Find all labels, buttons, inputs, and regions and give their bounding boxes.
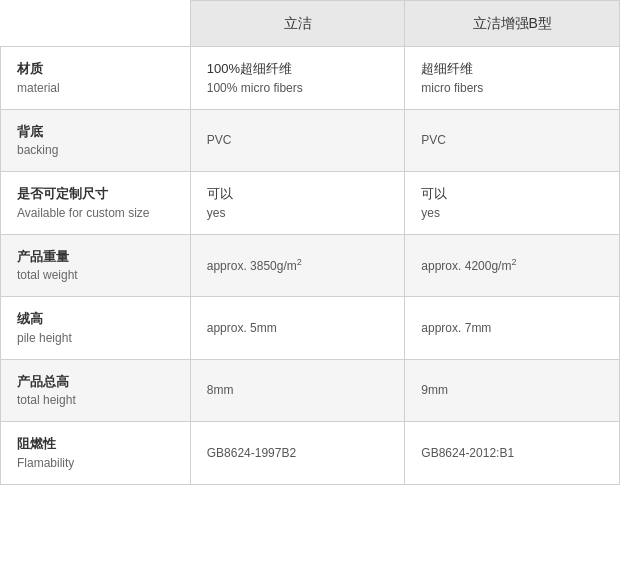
val2-en-total-height: 9mm bbox=[421, 381, 603, 399]
label-en-custom-size: Available for custom size bbox=[17, 204, 174, 222]
val1-en-total-height: 8mm bbox=[207, 381, 389, 399]
val1-custom-size: 可以yes bbox=[190, 172, 405, 235]
val1-en-pile-height: approx. 5mm bbox=[207, 319, 389, 337]
label-zh-pile-height: 绒高 bbox=[17, 309, 174, 329]
val2-flamability: GB8624-2012:B1 bbox=[405, 422, 620, 485]
val1-total-height: 8mm bbox=[190, 359, 405, 422]
header-col1: 立洁 bbox=[190, 1, 405, 47]
label-pile-height: 绒高pile height bbox=[1, 297, 191, 360]
val1-en-backing: PVC bbox=[207, 131, 389, 149]
val2-en-material: micro fibers bbox=[421, 79, 603, 97]
label-en-total-weight: total weight bbox=[17, 266, 174, 284]
label-zh-flamability: 阻燃性 bbox=[17, 434, 174, 454]
label-flamability: 阻燃性Flamability bbox=[1, 422, 191, 485]
val1-zh-custom-size: 可以 bbox=[207, 184, 389, 204]
label-en-material: material bbox=[17, 79, 174, 97]
row-backing: 背底backingPVCPVC bbox=[1, 109, 620, 172]
val2-material: 超细纤维micro fibers bbox=[405, 47, 620, 110]
val1-zh-material: 100%超细纤维 bbox=[207, 59, 389, 79]
val2-en-custom-size: yes bbox=[421, 204, 603, 222]
row-flamability: 阻燃性FlamabilityGB8624-1997B2GB8624-2012:B… bbox=[1, 422, 620, 485]
val1-flamability: GB8624-1997B2 bbox=[190, 422, 405, 485]
label-backing: 背底backing bbox=[1, 109, 191, 172]
val2-en-flamability: GB8624-2012:B1 bbox=[421, 444, 603, 462]
label-en-pile-height: pile height bbox=[17, 329, 174, 347]
header-empty bbox=[1, 1, 191, 47]
val1-en-flamability: GB8624-1997B2 bbox=[207, 444, 389, 462]
row-pile-height: 绒高pile heightapprox. 5mmapprox. 7mm bbox=[1, 297, 620, 360]
header-col2: 立洁增强B型 bbox=[405, 1, 620, 47]
label-en-backing: backing bbox=[17, 141, 174, 159]
label-zh-total-weight: 产品重量 bbox=[17, 247, 174, 267]
label-custom-size: 是否可定制尺寸Available for custom size bbox=[1, 172, 191, 235]
val1-material: 100%超细纤维100% micro fibers bbox=[190, 47, 405, 110]
val2-total-height: 9mm bbox=[405, 359, 620, 422]
label-material: 材质material bbox=[1, 47, 191, 110]
val2-custom-size: 可以yes bbox=[405, 172, 620, 235]
val1-en-material: 100% micro fibers bbox=[207, 79, 389, 97]
spec-table: 立洁 立洁增强B型 材质material100%超细纤维100% micro f… bbox=[0, 0, 620, 485]
val1-en-total-weight: approx. 3850g/m2 bbox=[207, 256, 389, 275]
val2-zh-material: 超细纤维 bbox=[421, 59, 603, 79]
label-zh-custom-size: 是否可定制尺寸 bbox=[17, 184, 174, 204]
val2-en-pile-height: approx. 7mm bbox=[421, 319, 603, 337]
comparison-table: 立洁 立洁增强B型 材质material100%超细纤维100% micro f… bbox=[0, 0, 620, 485]
header-row: 立洁 立洁增强B型 bbox=[1, 1, 620, 47]
label-zh-total-height: 产品总高 bbox=[17, 372, 174, 392]
val2-backing: PVC bbox=[405, 109, 620, 172]
label-en-total-height: total height bbox=[17, 391, 174, 409]
label-zh-material: 材质 bbox=[17, 59, 174, 79]
label-total-weight: 产品重量total weight bbox=[1, 234, 191, 297]
row-custom-size: 是否可定制尺寸Available for custom size可以yes可以y… bbox=[1, 172, 620, 235]
label-zh-backing: 背底 bbox=[17, 122, 174, 142]
val2-total-weight: approx. 4200g/m2 bbox=[405, 234, 620, 297]
val1-backing: PVC bbox=[190, 109, 405, 172]
val1-total-weight: approx. 3850g/m2 bbox=[190, 234, 405, 297]
val1-en-custom-size: yes bbox=[207, 204, 389, 222]
val2-pile-height: approx. 7mm bbox=[405, 297, 620, 360]
val2-en-backing: PVC bbox=[421, 131, 603, 149]
row-total-weight: 产品重量total weightapprox. 3850g/m2approx. … bbox=[1, 234, 620, 297]
val1-pile-height: approx. 5mm bbox=[190, 297, 405, 360]
label-en-flamability: Flamability bbox=[17, 454, 174, 472]
label-total-height: 产品总高total height bbox=[1, 359, 191, 422]
row-material: 材质material100%超细纤维100% micro fibers超细纤维m… bbox=[1, 47, 620, 110]
row-total-height: 产品总高total height8mm9mm bbox=[1, 359, 620, 422]
val2-zh-custom-size: 可以 bbox=[421, 184, 603, 204]
val2-en-total-weight: approx. 4200g/m2 bbox=[421, 256, 603, 275]
